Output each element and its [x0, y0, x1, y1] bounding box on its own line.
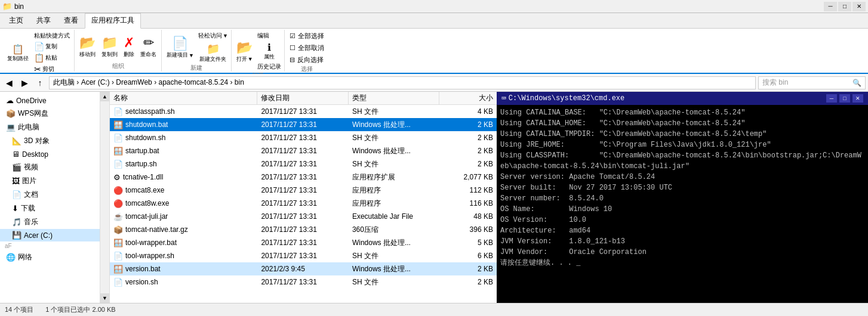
- copy-button[interactable]: 📄 复制: [32, 41, 72, 52]
- file-row[interactable]: 📄tool-wrapper.sh2017/11/27 13:31SH 文件6 K…: [110, 249, 497, 262]
- address-path[interactable]: 此电脑 › Acer (C:) › DreamWeb › apache-tomc…: [49, 76, 756, 89]
- close-button[interactable]: ✕: [852, 2, 866, 11]
- sidebar-item-docs[interactable]: 📄文档: [0, 188, 100, 202]
- sidebar-item-3d[interactable]: 📐3D 对象: [0, 134, 100, 148]
- forward-button[interactable]: ▶: [18, 76, 31, 89]
- file-list: 📄setclasspath.sh2017/11/27 13:31SH 文件4 K…: [110, 105, 497, 303]
- copy-to-button[interactable]: 📁 复制到: [99, 35, 120, 59]
- open-button[interactable]: 📂 打开▼: [234, 39, 256, 64]
- cmd-minimize[interactable]: ─: [826, 94, 837, 103]
- file-cell-date: 2017/11/27 13:31: [257, 238, 349, 247]
- copy-path-button[interactable]: 📋 复制路径: [5, 43, 31, 63]
- file-row[interactable]: 🔴tomcat8.exe2017/11/27 13:31应用程序112 KB: [110, 184, 497, 197]
- file-row[interactable]: 🪟shutdown.bat2017/11/27 13:31Windows 批处理…: [110, 118, 497, 131]
- sidebar-item-onedrive[interactable]: ☁OneDrive: [0, 94, 100, 107]
- file-cell-size: 2 KB: [439, 134, 497, 142]
- maximize-button[interactable]: □: [838, 2, 851, 11]
- easy-access-button[interactable]: 轻松访问▼: [198, 31, 229, 41]
- file-row[interactable]: 📄shutdown.sh2017/11/27 13:31SH 文件2 KB: [110, 131, 497, 144]
- sidebar-item-music[interactable]: 🎵音乐: [0, 215, 100, 229]
- sidebar-item-pictures[interactable]: 🖼图片: [0, 174, 100, 188]
- sidebar-scroll-down[interactable]: ▼: [100, 293, 110, 303]
- col-header-date[interactable]: 修改日期: [257, 92, 349, 104]
- cmd-title: C:\Windows\system32\cmd.exe: [509, 94, 624, 103]
- tab-share[interactable]: 共享: [30, 13, 57, 28]
- file-row[interactable]: 🔴tomcat8w.exe2017/11/27 13:31应用程序116 KB: [110, 197, 497, 210]
- file-column-headers: 名称 修改日期 类型 大小: [110, 92, 497, 105]
- col-header-size[interactable]: 大小: [439, 92, 497, 104]
- file-cell-name: 📄startup.sh: [110, 160, 257, 169]
- col-header-type[interactable]: 类型: [349, 92, 440, 104]
- new-item-button[interactable]: 📄 新建项目 ▼: [164, 35, 196, 60]
- file-cell-type: 应用程序: [349, 199, 440, 209]
- move-to-button[interactable]: 📂 移动到: [77, 35, 98, 59]
- sidebar-item-wps[interactable]: 📦WPS网盘: [0, 107, 100, 120]
- cmd-line: Server built: Nov 27 2017 13:05:30 UTC: [500, 182, 864, 193]
- up-button[interactable]: ↑: [33, 76, 47, 89]
- file-cell-date: 2017/11/27 13:31: [257, 199, 349, 207]
- file-row[interactable]: 📦tomcat-native.tar.gz2017/11/27 13:31360…: [110, 223, 497, 236]
- cut-button[interactable]: ✂ 剪切: [32, 64, 72, 75]
- cmd-line: Using CLASSPATH: "C:\DreamWeb\apache-tom…: [500, 150, 864, 172]
- file-cell-size: 2 KB: [439, 265, 497, 273]
- sidebar-scrollbar: ▲ ▼: [100, 92, 110, 303]
- file-row[interactable]: ☕tomcat-juli.jar2017/11/27 13:31Executab…: [110, 210, 497, 223]
- search-box[interactable]: 搜索 bin 🔍: [758, 76, 866, 89]
- tab-app-tools[interactable]: 应用程序工具: [85, 13, 141, 29]
- cmd-close[interactable]: ✕: [852, 94, 863, 103]
- tab-view[interactable]: 查看: [57, 13, 85, 28]
- file-cell-date: 2017/11/27 13:31: [257, 186, 349, 194]
- sidebar-item-acer[interactable]: 💾Acer (C:): [0, 229, 100, 241]
- delete-button[interactable]: ✗ 删除: [121, 35, 137, 59]
- file-row[interactable]: 🪟version.bat2021/2/3 9:45Windows 批处理...2…: [110, 262, 497, 275]
- cmd-line: Server number: 8.5.24.0: [500, 193, 864, 204]
- file-cell-size: 2,077 KB: [439, 173, 497, 181]
- ribbon-group-open: 📂 打开▼ 编辑 ℹ 属性 历史记录 打开: [232, 30, 285, 72]
- file-area: 名称 修改日期 类型 大小 📄setclasspath.sh2017/11/27…: [110, 92, 497, 303]
- file-cell-type: SH 文件: [349, 133, 440, 143]
- status-bar: 14 个项目 1 个项目已选中 2.00 KB: [0, 303, 868, 316]
- file-cell-date: 2017/11/27 13:31: [257, 173, 349, 181]
- col-header-name[interactable]: 名称: [110, 92, 257, 104]
- rename-button[interactable]: ✏ 重命名: [138, 35, 159, 59]
- select-none-button[interactable]: ☐全部取消: [287, 43, 327, 53]
- invert-select-button[interactable]: ⊟反向选择: [287, 55, 327, 65]
- file-row[interactable]: ⚙tcnative-1.dll2017/11/27 13:31应用程序扩展2,0…: [110, 171, 497, 184]
- file-cell-date: 2017/11/27 13:31: [257, 252, 349, 260]
- properties-button[interactable]: ℹ 属性: [257, 42, 282, 61]
- paste-button[interactable]: 📋 粘贴: [32, 52, 72, 63]
- minimize-button[interactable]: ─: [824, 2, 837, 11]
- sidebar-item-downloads[interactable]: ⬇下载: [0, 202, 100, 215]
- file-cell-name: 📄tool-wrapper.sh: [110, 252, 257, 261]
- tab-home[interactable]: 主页: [2, 13, 30, 28]
- file-cell-name: 🔴tomcat8.exe: [110, 186, 257, 195]
- edit-button[interactable]: 编辑: [257, 31, 282, 41]
- cmd-line: JVM Version: 1.8.0_121-b13: [500, 236, 864, 247]
- file-row[interactable]: 🪟tool-wrapper.bat2017/11/27 13:31Windows…: [110, 236, 497, 249]
- cmd-line: Architecture: amd64: [500, 225, 864, 236]
- history-button[interactable]: 历史记录: [257, 62, 282, 72]
- file-row[interactable]: 📄startup.sh2017/11/27 13:31SH 文件2 KB: [110, 157, 497, 171]
- file-row[interactable]: 📄version.sh2017/11/27 13:31SH 文件2 KB: [110, 275, 497, 289]
- sidebar-item-thispc[interactable]: 💻此电脑: [0, 120, 100, 134]
- file-cell-name: 🔴tomcat8w.exe: [110, 199, 257, 208]
- file-cell-date: 2017/11/27 13:31: [257, 134, 349, 142]
- sidebar-item-video[interactable]: 🎬视频: [0, 160, 100, 174]
- paste-shortcut-button[interactable]: 粘贴快捷方式: [32, 31, 72, 41]
- new-folder-button[interactable]: 📁 新建文件夹: [198, 42, 229, 64]
- file-cell-size: 2 KB: [439, 147, 497, 155]
- file-cell-name: 🪟startup.bat: [110, 147, 257, 156]
- file-row[interactable]: 🪟startup.bat2017/11/27 13:31Windows 批处理.…: [110, 144, 497, 157]
- sidebar-scroll-up[interactable]: ▲: [100, 92, 110, 101]
- file-row[interactable]: 📄setclasspath.sh2017/11/27 13:31SH 文件4 K…: [110, 105, 497, 118]
- cmd-maximize[interactable]: □: [839, 94, 850, 103]
- select-all-button[interactable]: ☑全部选择: [287, 31, 327, 41]
- file-cell-size: 6 KB: [439, 252, 497, 260]
- ribbon-group-new: 📄 新建项目 ▼ 轻松访问▼ 📁 新建文件夹 新建: [162, 30, 232, 72]
- sidebar-item-network[interactable]: 🌐网络: [0, 250, 100, 264]
- sidebar-item-desktop[interactable]: 🖥Desktop: [0, 148, 100, 160]
- organize-group-label: 组织: [77, 62, 159, 70]
- back-button[interactable]: ◀: [2, 76, 16, 89]
- file-cell-size: 112 KB: [439, 186, 497, 194]
- file-cell-type: Windows 批处理...: [349, 264, 440, 274]
